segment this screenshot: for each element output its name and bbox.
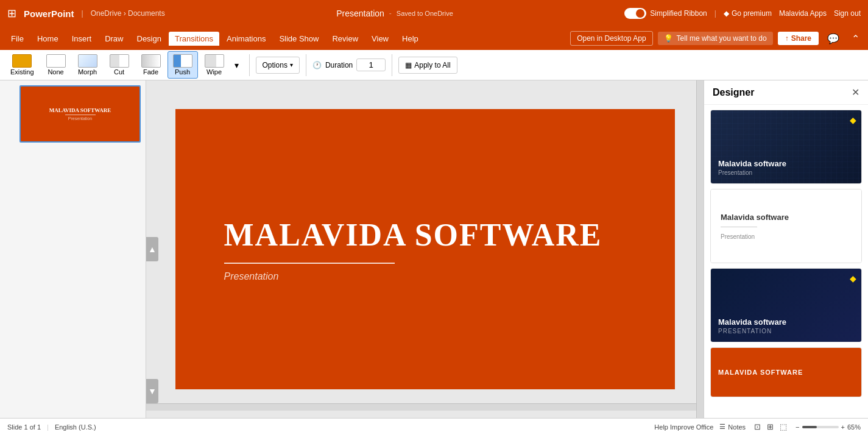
premium-badge-3: ◆ [850,274,856,283]
presentation-title: Presentation [336,9,384,18]
zoom-controls: − + 65% [796,423,861,431]
push-thumb [173,54,192,68]
wipe-transition-button[interactable]: Wipe [199,51,230,79]
help-improve-text: Help Improve Office [654,423,713,431]
menu-item-transitions[interactable]: Transitions [169,32,219,46]
menu-item-design[interactable]: Design [131,32,168,46]
design-card-orange-bg: MALAVIDA SOFTWARE [711,348,861,397]
design-card-dark-bg-1: ◆ Malavida software Presentation [711,110,861,183]
zoom-out-button[interactable]: − [796,423,799,431]
designer-panel: Designer ✕ ◆ Malavida software Presentat… [704,80,868,418]
next-slide-arrow[interactable]: ▼ [146,379,158,403]
premium-badge-1: ◆ [850,115,856,125]
zoom-slider-fill [802,426,817,428]
design-card-title-3: Malavida software [718,317,854,327]
slide-main-title: MALAVIDA SOFTWARE [224,217,602,253]
file-path: OneDrive › Documents [91,9,165,18]
slide-canvas: MALAVIDA SOFTWARE Presentation [175,109,675,389]
share-button[interactable]: ↑ Share [778,32,819,45]
minimize-ribbon-button[interactable]: ⌃ [848,32,863,46]
menu-item-draw[interactable]: Draw [99,32,129,46]
duration-input[interactable] [356,58,386,71]
cut-transition-button[interactable]: Cut [104,51,135,79]
go-premium-button[interactable]: ◆ Go premium [724,9,772,18]
zoom-slider[interactable] [802,426,839,428]
existing-transition-button[interactable]: Existing [5,51,40,79]
morph-transition-button[interactable]: Morph [72,51,103,79]
menu-item-slideshow[interactable]: Slide Show [273,32,325,46]
slide-item-1[interactable]: 1 ★ MALAVIDA SOFTWARE Presentation [5,85,141,143]
normal-view-button[interactable]: ⊡ [752,421,763,433]
apply-icon: ▦ [405,61,412,69]
vertical-scrollbar[interactable] [696,80,704,418]
none-thumb [46,54,66,68]
horizontal-scrollbar[interactable] [146,403,696,411]
menu-item-insert[interactable]: Insert [66,32,98,46]
design-card-subtitle-3: PRESENTATION [718,328,854,334]
design-card-2[interactable]: Malavida software Presentation [710,189,862,263]
duration-group: 🕐 Duration [312,58,386,71]
transition-options-section: Options ▾ [256,57,300,74]
menu-item-view[interactable]: View [365,32,395,46]
zoom-in-button[interactable]: + [841,423,845,431]
slides-panel: 1 ★ MALAVIDA SOFTWARE Presentation [0,80,146,418]
fade-thumb [141,54,161,68]
view-buttons: ⊡ ⊞ ⬚ [752,421,789,433]
status-separator-1: | [47,423,49,431]
push-transition-button[interactable]: Push [168,51,198,79]
notes-button[interactable]: ☰ Notes [719,423,746,431]
menu-item-help[interactable]: Help [396,32,425,46]
canvas-area: ▲ ▼ MALAVIDA SOFTWARE Presentation [146,80,704,418]
main-area: 1 ★ MALAVIDA SOFTWARE Presentation ▲ ▼ M… [0,80,868,418]
more-transitions-button[interactable]: ▾ [231,57,243,73]
morph-thumb [78,54,97,68]
menu-item-file[interactable]: File [5,32,30,46]
slide-thumbnail[interactable]: MALAVIDA SOFTWARE Presentation [19,85,141,143]
chevron-down-icon: ▼ [148,386,157,396]
malavida-apps-link[interactable]: Malavida Apps [779,9,827,18]
tell-me-search[interactable]: 💡 Tell me what you want to do [658,32,773,45]
designer-header: Designer ✕ [704,80,868,105]
title-bar: ⊞ PowerPoint | OneDrive › Documents Pres… [0,0,868,27]
close-designer-button[interactable]: ✕ [852,87,859,98]
slide-sorter-button[interactable]: ⊞ [764,421,776,433]
app-name: PowerPoint [24,9,74,19]
menu-bar-right: Open in Desktop App 💡 Tell me what you w… [570,31,863,46]
simplified-ribbon-toggle[interactable] [624,8,646,19]
status-bar: Slide 1 of 1 | English (U.S.) Help Impro… [0,418,868,435]
options-button[interactable]: Options ▾ [256,57,300,74]
design-card-1[interactable]: ◆ Malavida software Presentation [710,110,862,184]
prev-slide-arrow[interactable]: ▲ [146,237,158,261]
menu-item-home[interactable]: Home [31,32,65,46]
simplified-ribbon-toggle-group: Simplified Ribbon [624,8,707,19]
language-status: English (U.S.) [55,423,96,431]
fade-transition-button[interactable]: Fade [136,51,166,79]
design-card-4[interactable]: MALAVIDA SOFTWARE [710,347,862,397]
existing-thumb [12,54,32,68]
menu-bar: File Home Insert Draw Design Transitions… [0,27,868,50]
status-right: Help Improve Office ☰ Notes ⊡ ⊞ ⬚ − + 65… [654,421,861,433]
transition-effects-section: Existing None Morph Cut Fade Push Wipe ▾ [5,51,243,79]
design-card-title-2: Malavida software [721,213,852,222]
comments-button[interactable]: 💬 [824,32,843,46]
card-divider-2 [721,227,757,227]
slide-thumb-image: MALAVIDA SOFTWARE Presentation [21,87,139,141]
menu-item-review[interactable]: Review [326,32,364,46]
path-separator: | [82,9,83,18]
open-desktop-button[interactable]: Open in Desktop App [570,31,652,46]
mini-slide-title: MALAVIDA SOFTWARE [49,107,111,113]
title-bar-right: Simplified Ribbon | ◆ Go premium Malavid… [624,8,861,19]
chevron-icon: ▾ [290,62,293,68]
design-card-3[interactable]: ◆ Malavida software PRESENTATION [710,268,862,342]
none-transition-button[interactable]: None [41,51,71,79]
ribbon-separator-3 [392,54,392,76]
mini-slide-subtitle: Presentation [68,116,92,121]
sign-out-link[interactable]: Sign out [834,9,861,18]
transitions-ribbon: Existing None Morph Cut Fade Push Wipe ▾ [0,50,868,80]
share-icon: ↑ [785,34,789,43]
simplified-ribbon-label: Simplified Ribbon [650,9,707,18]
apps-grid-icon[interactable]: ⊞ [7,7,16,20]
apply-to-all-button[interactable]: ▦ Apply to All [398,57,457,74]
reading-view-button[interactable]: ⬚ [777,421,789,433]
menu-item-animations[interactable]: Animations [221,32,272,46]
